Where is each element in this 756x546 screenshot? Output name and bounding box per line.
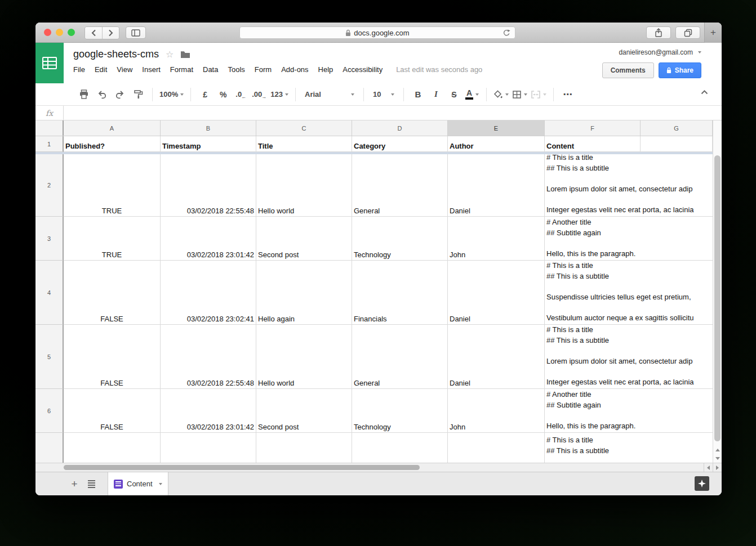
zoom-window-button[interactable] bbox=[68, 29, 75, 36]
star-icon[interactable]: ☆ bbox=[166, 50, 174, 59]
row-number[interactable]: 1 bbox=[35, 136, 64, 152]
collapse-toolbar-button[interactable] bbox=[701, 90, 708, 95]
cell-published[interactable]: TRUE bbox=[64, 154, 161, 217]
menu-format[interactable]: Format bbox=[170, 65, 193, 74]
share-button[interactable]: Share bbox=[659, 62, 701, 78]
row-number[interactable]: 3 bbox=[35, 217, 64, 261]
sheets-logo[interactable] bbox=[35, 43, 64, 83]
bold-button[interactable]: B bbox=[411, 87, 425, 102]
reload-button[interactable] bbox=[502, 29, 510, 37]
column-header-c[interactable]: C bbox=[256, 120, 352, 136]
horizontal-scrollbar[interactable] bbox=[35, 463, 722, 472]
menu-form[interactable]: Form bbox=[255, 65, 272, 74]
header-title[interactable]: Title bbox=[256, 136, 352, 152]
select-all-corner[interactable] bbox=[35, 120, 64, 136]
cell-content[interactable]: # This is a title ## This is a subtitle … bbox=[545, 325, 713, 389]
cell-title[interactable]: Hello again bbox=[256, 261, 352, 325]
close-window-button[interactable] bbox=[44, 29, 51, 36]
more-toolbar-button[interactable]: ⋯ bbox=[561, 87, 575, 102]
explore-button[interactable] bbox=[695, 476, 709, 491]
formula-input[interactable] bbox=[64, 106, 722, 120]
borders-button[interactable] bbox=[512, 87, 527, 102]
column-header-f[interactable]: F bbox=[545, 120, 641, 136]
cell-author[interactable]: Daniel bbox=[448, 261, 545, 325]
currency-format-button[interactable]: £ bbox=[198, 87, 212, 102]
decrease-decimal-button[interactable]: .0← bbox=[234, 87, 248, 102]
print-button[interactable] bbox=[77, 87, 91, 102]
cell-category[interactable] bbox=[352, 433, 448, 463]
menu-accessibility[interactable]: Accessibility bbox=[343, 65, 383, 74]
paint-format-button[interactable] bbox=[131, 87, 145, 102]
new-tab-button[interactable]: + bbox=[704, 23, 722, 43]
zoom-select[interactable]: 100% bbox=[159, 87, 184, 102]
cell-category[interactable]: Technology bbox=[352, 217, 448, 261]
column-header-e[interactable]: E bbox=[448, 120, 545, 136]
menu-data[interactable]: Data bbox=[203, 65, 218, 74]
row-number[interactable]: 5 bbox=[35, 325, 64, 389]
forward-button[interactable] bbox=[102, 27, 119, 39]
back-button[interactable] bbox=[85, 27, 102, 39]
menu-file[interactable]: File bbox=[73, 65, 85, 74]
column-header-g[interactable]: G bbox=[641, 120, 713, 136]
scroll-left-button[interactable] bbox=[704, 463, 713, 472]
cell-content[interactable]: # This is a title ## This is a subtitle … bbox=[545, 154, 713, 217]
cell-category[interactable]: General bbox=[352, 154, 448, 217]
minimize-window-button[interactable] bbox=[56, 29, 63, 36]
header-empty[interactable] bbox=[641, 136, 713, 152]
cell-published[interactable] bbox=[64, 433, 161, 463]
percent-format-button[interactable]: % bbox=[216, 87, 230, 102]
scroll-up-button[interactable] bbox=[713, 446, 722, 454]
header-content[interactable]: Content bbox=[545, 136, 641, 152]
cell-published[interactable]: FALSE bbox=[64, 389, 161, 433]
text-color-button[interactable]: A bbox=[465, 87, 479, 102]
cell-author[interactable]: John bbox=[448, 217, 545, 261]
account-menu[interactable]: danielireson@gmail.com bbox=[619, 48, 701, 56]
cell-published[interactable]: TRUE bbox=[64, 217, 161, 261]
cell-timestamp[interactable] bbox=[161, 433, 256, 463]
menu-edit[interactable]: Edit bbox=[95, 65, 107, 74]
cell-title[interactable]: Second post bbox=[256, 217, 352, 261]
menu-insert[interactable]: Insert bbox=[142, 65, 161, 74]
horizontal-scrollbar-thumb[interactable] bbox=[64, 465, 420, 470]
add-sheet-button[interactable]: + bbox=[68, 478, 81, 490]
menu-help[interactable]: Help bbox=[318, 65, 333, 74]
cell-content[interactable]: # Another title ## Subtitle again Hello,… bbox=[545, 389, 713, 433]
cell-published[interactable]: FALSE bbox=[64, 261, 161, 325]
header-published[interactable]: Published? bbox=[64, 136, 161, 152]
address-bar[interactable]: docs.google.com bbox=[239, 26, 515, 39]
column-header-a[interactable]: A bbox=[64, 120, 161, 136]
cell-published[interactable]: FALSE bbox=[64, 325, 161, 389]
sidebar-toggle-button[interactable] bbox=[126, 26, 146, 39]
cell-category[interactable]: General bbox=[352, 325, 448, 389]
cell-author[interactable]: Daniel bbox=[448, 154, 545, 217]
cell-author[interactable]: John bbox=[448, 389, 545, 433]
vertical-scrollbar[interactable] bbox=[713, 120, 722, 463]
sheet-tab-content[interactable]: Content bbox=[108, 472, 168, 495]
row-number[interactable]: 6 bbox=[35, 389, 64, 433]
cell-title[interactable]: Second post bbox=[256, 389, 352, 433]
strikethrough-button[interactable]: S bbox=[447, 87, 461, 102]
share-page-button[interactable] bbox=[646, 26, 671, 39]
cell-title[interactable] bbox=[256, 433, 352, 463]
menu-view[interactable]: View bbox=[117, 65, 132, 74]
cell-timestamp[interactable]: 03/02/2018 22:55:48 bbox=[161, 154, 256, 217]
cell-timestamp[interactable]: 03/02/2018 22:55:48 bbox=[161, 325, 256, 389]
folder-icon[interactable] bbox=[180, 51, 190, 58]
tab-overview-button[interactable] bbox=[675, 26, 700, 39]
menu-tools[interactable]: Tools bbox=[228, 65, 244, 74]
document-title[interactable]: google-sheets-cms bbox=[73, 48, 159, 60]
fill-color-button[interactable] bbox=[493, 87, 509, 102]
cell-title[interactable]: Hello world bbox=[256, 325, 352, 389]
cell-content[interactable]: # This is a title ## This is a subtitle bbox=[545, 433, 713, 463]
cell-content[interactable]: # This is a title ## This is a subtitle … bbox=[545, 261, 713, 325]
vertical-scrollbar-thumb[interactable] bbox=[714, 155, 721, 441]
comments-button[interactable]: Comments bbox=[602, 62, 654, 78]
all-sheets-button[interactable] bbox=[88, 480, 95, 488]
header-author[interactable]: Author bbox=[448, 136, 545, 152]
column-header-d[interactable]: D bbox=[352, 120, 448, 136]
cell-author[interactable]: Daniel bbox=[448, 325, 545, 389]
row-number[interactable]: 4 bbox=[35, 261, 64, 325]
column-header-b[interactable]: B bbox=[161, 120, 256, 136]
scroll-right-button[interactable] bbox=[713, 463, 722, 472]
cell-category[interactable]: Technology bbox=[352, 389, 448, 433]
